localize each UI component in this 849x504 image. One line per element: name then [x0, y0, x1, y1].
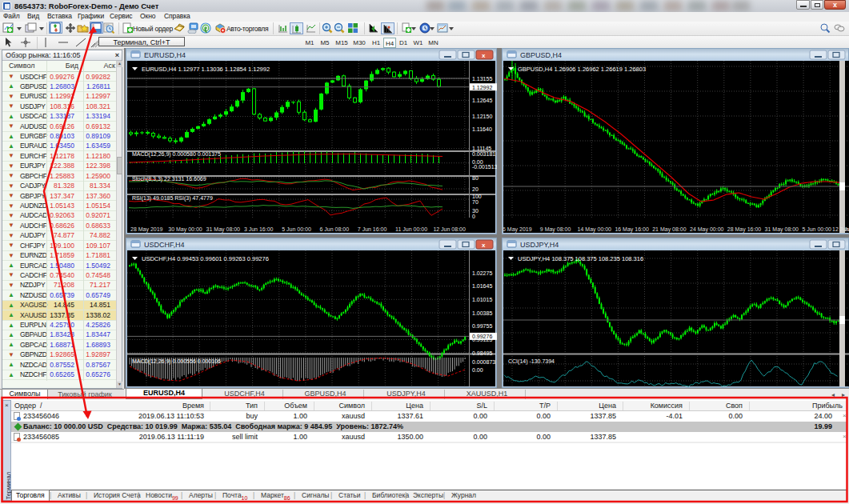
svg-text:24 May 00:00: 24 May 00:00 [690, 226, 724, 233]
svg-text:6 May 2019: 6 May 2019 [503, 226, 532, 233]
svg-text:0.003181: 0.003181 [472, 151, 495, 157]
svg-text:USDJPY,H4 108.375 108.375 108: USDJPY,H4 108.375 108.375 108.235 108.31… [518, 255, 643, 262]
svg-text:EURUSD,H4: EURUSD,H4 [144, 51, 186, 59]
svg-text:1.11640: 1.11640 [472, 126, 492, 132]
svg-text:0.000873: 0.000873 [472, 359, 495, 365]
svg-text:1.12150: 1.12150 [472, 114, 492, 119]
svg-text:1.01645: 1.01645 [472, 283, 492, 289]
svg-text:1.12992: 1.12992 [472, 85, 492, 90]
svg-text:12 Jun 08: 12 Jun 08 [832, 226, 849, 232]
svg-text:9 May 08:00: 9 May 08:00 [540, 226, 571, 233]
svg-text:GBPUSD,H4 1.26906 1.26962 1.2: GBPUSD,H4 1.26906 1.26962 1.26619 1.2680… [518, 66, 646, 73]
svg-text:1.13155: 1.13155 [472, 76, 492, 82]
svg-text:28 May 2019: 28 May 2019 [130, 226, 163, 233]
svg-text:0.99755: 0.99755 [472, 323, 492, 329]
svg-text:20: 20 [472, 186, 479, 192]
svg-text:1.00385: 1.00385 [472, 310, 492, 316]
svg-text:6 Jun 08:00: 6 Jun 08:00 [320, 226, 350, 232]
svg-text:x: x [482, 242, 486, 249]
svg-text:30 May 00:00: 30 May 00:00 [168, 226, 202, 233]
svg-text:80: 80 [472, 175, 479, 181]
svg-text:MACD(12,26,9) 0.000556 0.00010: MACD(12,26,9) 0.000556 0.000106 [132, 358, 221, 365]
svg-text:-0.001513: -0.001513 [472, 164, 497, 170]
svg-text:RSI(13) 49.0185 RSI(3) 47.477: RSI(13) 49.0185 RSI(3) 47.4779 [132, 195, 213, 202]
svg-text:14 May 00:00: 14 May 00:00 [578, 226, 612, 233]
svg-text:0.00: 0.00 [472, 367, 483, 373]
svg-text:USDCHF,H4: USDCHF,H4 [144, 241, 185, 249]
svg-text:28 May 16:00: 28 May 16:00 [727, 226, 762, 233]
svg-text:0.98495: 0.98495 [472, 350, 492, 356]
svg-text:0: 0 [472, 214, 475, 219]
svg-text:MACD(12,26,9) 0.000580 0.00137: MACD(12,26,9) 0.000580 0.001375 [132, 151, 221, 158]
svg-text:1.02275: 1.02275 [472, 270, 492, 276]
svg-text:5 Jun 00:00: 5 Jun 00:00 [802, 226, 831, 232]
svg-text:Stoch(8,3,3) 22.3131 16.6069: Stoch(8,3,3) 22.3131 16.6069 [132, 176, 206, 182]
svg-text:21 May 08:00: 21 May 08:00 [652, 226, 687, 233]
svg-text:11 Jun 00:00: 11 Jun 00:00 [395, 226, 427, 232]
svg-text:31 May 08:00: 31 May 08:00 [206, 226, 241, 233]
svg-text:x: x [482, 52, 486, 59]
svg-text:USDCHF,H4 0.99453 0.99601 0.9: USDCHF,H4 0.99453 0.99601 0.99263 0.9927… [142, 255, 269, 262]
svg-text:1.01015: 1.01015 [472, 297, 492, 302]
svg-text:1.12645: 1.12645 [472, 98, 492, 103]
svg-text:USDJPY,H4: USDJPY,H4 [520, 241, 559, 249]
svg-text:EURUSD,H4 1.12977 1.13036 1.1: EURUSD,H4 1.12977 1.13036 1.12854 1.1299… [142, 66, 270, 73]
svg-text:GBPUSD,H4: GBPUSD,H4 [520, 51, 562, 59]
svg-text:3 Jun 16:00: 3 Jun 16:00 [244, 226, 274, 232]
svg-text:16 May 16:00: 16 May 16:00 [615, 226, 649, 233]
svg-text:0.99276: 0.99276 [472, 334, 492, 339]
svg-text:5 Jun 00:00: 5 Jun 00:00 [282, 226, 311, 232]
svg-text:70: 70 [472, 199, 479, 205]
svg-text:31 May 08:00: 31 May 08:00 [765, 226, 799, 233]
svg-text:12 Jun 08:00: 12 Jun 08:00 [433, 226, 466, 232]
svg-text:CCI(14) -130.7394: CCI(14) -130.7394 [508, 358, 555, 365]
svg-text:7 Jun 16:00: 7 Jun 16:00 [358, 226, 387, 232]
